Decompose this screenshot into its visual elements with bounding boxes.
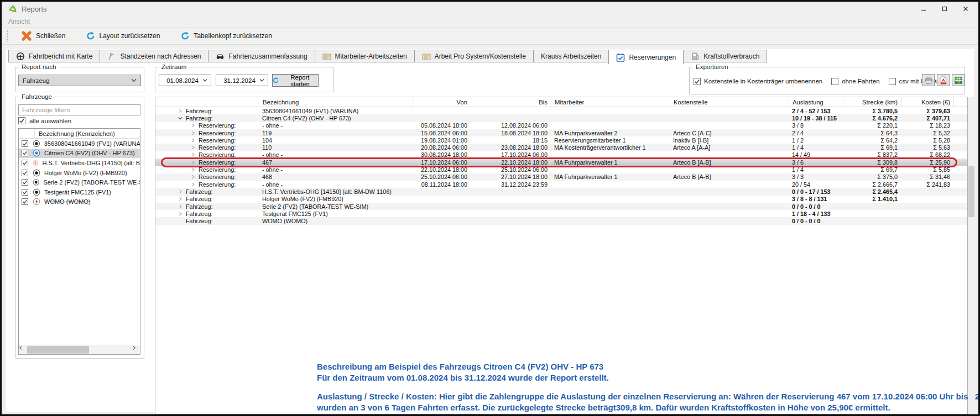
- column-header-kostenstelle[interactable]: Kostenstelle: [670, 97, 789, 107]
- layout-zuruecksetzen-button[interactable]: Layout zurücksetzen: [80, 28, 166, 44]
- export-checkbox-csv-mit-uuids[interactable]: [889, 78, 896, 85]
- chevron-down-icon[interactable]: [202, 78, 207, 82]
- vehicle-checkbox[interactable]: [22, 179, 28, 186]
- date-to-input[interactable]: [220, 77, 259, 84]
- scroll-right-icon[interactable]: [132, 345, 140, 354]
- vehicle-row[interactable]: Serie 2 (FV2) (TABORA-TEST WE-SIM): [19, 177, 140, 187]
- date-to-field[interactable]: [216, 75, 268, 86]
- table-row-reservierung[interactable]: Reservierung:46717.10.2024 06:0022.10.20…: [155, 159, 967, 166]
- cell-strecke: Σ 4.676,2: [843, 114, 901, 122]
- table-row-reservierung[interactable]: Reservierung:11020.08.2024 06:0023.08.20…: [155, 144, 967, 151]
- horizontal-scrollbar[interactable]: [19, 345, 140, 354]
- vehicle-checkbox[interactable]: [22, 170, 28, 176]
- table-row-fahrzeug[interactable]: Fahrzeug:Serie 2 (FV2) (TABORA-TEST WE-S…: [155, 203, 967, 210]
- maximize-button[interactable]: [934, 2, 955, 16]
- tab-reservierungen[interactable]: Reservierungen: [608, 50, 684, 64]
- scrollbar-thumb[interactable]: [968, 166, 974, 217]
- vehicle-row[interactable]: WOMO (WOMO): [19, 197, 140, 207]
- expand-chevron-icon[interactable]: [190, 138, 196, 143]
- export-checkbox-ohne-fahrten[interactable]: [831, 78, 838, 85]
- tab-mitarbeiter-arbeitszeiten[interactable]: Mitarbeiter-Arbeitszeiten: [315, 50, 415, 62]
- table-row-fahrzeug[interactable]: Fahrzeug:356308041661049 (FV1) (VARUNA)2…: [155, 107, 967, 114]
- date-from-input[interactable]: [163, 77, 202, 84]
- table-row-reservierung[interactable]: Reservierung:- ohne -08.11.2024 18:0031.…: [155, 181, 967, 188]
- expand-chevron-icon[interactable]: [190, 160, 196, 165]
- export-csv-button[interactable]: CSV: [952, 74, 965, 86]
- expand-chevron-icon[interactable]: [190, 152, 196, 157]
- minimize-button[interactable]: [913, 2, 934, 16]
- table-row-fahrzeug[interactable]: Fahrzeug:Citroen C4 (FV2) (OHV - HP 673)…: [155, 114, 967, 122]
- expand-chevron-icon[interactable]: [178, 196, 183, 202]
- tab-standzeiten-nach-adressen[interactable]: Standzeiten nach Adressen: [100, 50, 208, 62]
- date-from-field[interactable]: [159, 75, 211, 86]
- chevron-down-icon[interactable]: [259, 78, 264, 82]
- vehicle-checkbox[interactable]: [22, 140, 28, 147]
- export-pdf-button[interactable]: PDF: [937, 74, 950, 86]
- column-header-mitarbeiter[interactable]: Mitarbeiter: [551, 97, 670, 107]
- table-row-fahrzeug[interactable]: Fahrzeug:H.S.T. Vertriebs-OHG [14150] (a…: [155, 188, 967, 195]
- cell-strecke: Σ 64,3: [843, 129, 901, 136]
- tab-arbeit-pro-system-kostenstelle[interactable]: Arbeit Pro System/Kostenstelle: [414, 50, 534, 62]
- report-typ-dropdown[interactable]: Fahrzeug: [18, 75, 141, 86]
- cell-auslastung: 10 / 19 - 38 / 115: [789, 114, 843, 122]
- report-starten-button[interactable]: Report starten: [272, 74, 319, 87]
- collapse-chevron-icon[interactable]: [178, 115, 183, 121]
- expand-chevron-icon[interactable]: [190, 145, 196, 150]
- expand-chevron-icon[interactable]: [190, 123, 196, 128]
- cell-mitarbeiter: Reservierungsmitarbeiter 1: [551, 136, 670, 144]
- table-row-fahrzeug[interactable]: Fahrzeug:Testgerät FMC125 (FV1)1 / 18 - …: [155, 210, 967, 217]
- expand-chevron-icon[interactable]: [178, 189, 183, 194]
- table-row-reservierung[interactable]: Reservierung:10419.08.2024 01:0018:15Res…: [155, 136, 967, 144]
- expand-chevron-icon[interactable]: [178, 211, 183, 217]
- vehicle-row[interactable]: 356308041661049 (FV1) (VARUNA): [19, 139, 140, 149]
- column-header-von[interactable]: Von: [413, 97, 471, 107]
- vehicle-row[interactable]: Holger WoMo (FV2) (FMB920): [19, 168, 140, 178]
- vehicle-row[interactable]: Testgerät FMC125 (FV1): [19, 187, 140, 197]
- expand-chevron-icon[interactable]: [190, 174, 196, 180]
- select-all-label: alle auswählen: [29, 118, 71, 124]
- column-header-kosten[interactable]: Kosten (€): [901, 97, 953, 107]
- expand-chevron-icon[interactable]: [178, 108, 183, 114]
- table-row-fahrzeug[interactable]: Fahrzeug:Holger WoMo (FV2) (FMB920)3 / 8…: [155, 196, 967, 203]
- expand-chevron-icon[interactable]: [190, 182, 196, 187]
- vehicle-list-header[interactable]: Bezeichnung (Kennzeichen): [19, 129, 140, 139]
- cell-auslastung: 1 / 4: [789, 144, 843, 151]
- cell-bezeichnung: 110: [258, 144, 413, 151]
- vehicle-row[interactable]: H.S.T. Vertriebs-OHG [14150] (alt: BM-DW…: [19, 158, 140, 168]
- vehicle-checkbox[interactable]: [22, 150, 28, 156]
- description-line: Für den Zeitraum vom 01.08.2024 bis 31.1…: [317, 372, 980, 383]
- tab-krauss-arbeitszeiten[interactable]: Krauss Arbeitszeiten: [533, 50, 609, 62]
- column-header-bezeichnung[interactable]: Bezeichnung: [258, 97, 413, 107]
- table-row-reservierung[interactable]: Reservierung:- ohne -30.08.2024 18:0017.…: [155, 151, 967, 159]
- menu-ansicht[interactable]: Ansicht: [8, 18, 30, 25]
- export-printer-button[interactable]: [922, 74, 935, 86]
- table-row-fahrzeug[interactable]: Fahrzeug:WOMO (WOMO)0 / 0 - 0 / 0: [155, 217, 967, 224]
- expand-chevron-icon[interactable]: [190, 167, 196, 172]
- vehicle-row[interactable]: Citroen C4 (FV2) (OHV - HP 673): [19, 149, 140, 159]
- expand-chevron-icon[interactable]: [178, 204, 183, 209]
- table-row-reservierung[interactable]: Reservierung:- ohne -05.08.2024 18:0012.…: [155, 122, 967, 129]
- tab-fahrtbericht-mit-karte[interactable]: Fahrtbericht mit Karte: [8, 50, 100, 62]
- vehicle-checkbox[interactable]: [22, 160, 28, 166]
- column-header-strecke-km[interactable]: Strecke (km): [843, 97, 901, 107]
- schliessen-button[interactable]: Schließen: [14, 28, 72, 44]
- column-header-bis[interactable]: Bis: [471, 97, 551, 107]
- table-row-reservierung[interactable]: Reservierung:46825.10.2024 06:0027.10.20…: [155, 173, 967, 181]
- scrollbar-thumb[interactable]: [27, 346, 89, 354]
- expand-chevron-icon[interactable]: [190, 130, 196, 136]
- table-row-reservierung[interactable]: Reservierung:- ohne -22.10.2024 18:0025.…: [155, 166, 967, 173]
- export-checkbox-kostenstelle-in-kostenträger-umbenennen[interactable]: [694, 78, 701, 85]
- vertical-scrollbar[interactable]: [968, 97, 975, 413]
- fahrzeuge-filter-input[interactable]: [18, 104, 140, 115]
- tab-kraftstoffverbrauch[interactable]: Kraftstoffverbrauch: [683, 50, 767, 62]
- tabellenkopf-zuruecksetzen-button[interactable]: Tabellenkopf zurücksetzen: [174, 28, 278, 44]
- column-header-auslastung[interactable]: Auslastung: [789, 97, 843, 107]
- select-all-checkbox[interactable]: [18, 117, 25, 124]
- scroll-left-icon[interactable]: [19, 345, 27, 354]
- toolbar-grip[interactable]: [6, 30, 9, 42]
- vehicle-checkbox[interactable]: [22, 189, 28, 196]
- tab-fahrtenzusammenfassung[interactable]: Fahrtenzusammenfassung: [208, 50, 315, 62]
- vehicle-checkbox[interactable]: [22, 198, 28, 205]
- table-row-reservierung[interactable]: Reservierung:11915.08.2024 06:0018.08.20…: [155, 129, 967, 136]
- close-button[interactable]: [955, 2, 976, 16]
